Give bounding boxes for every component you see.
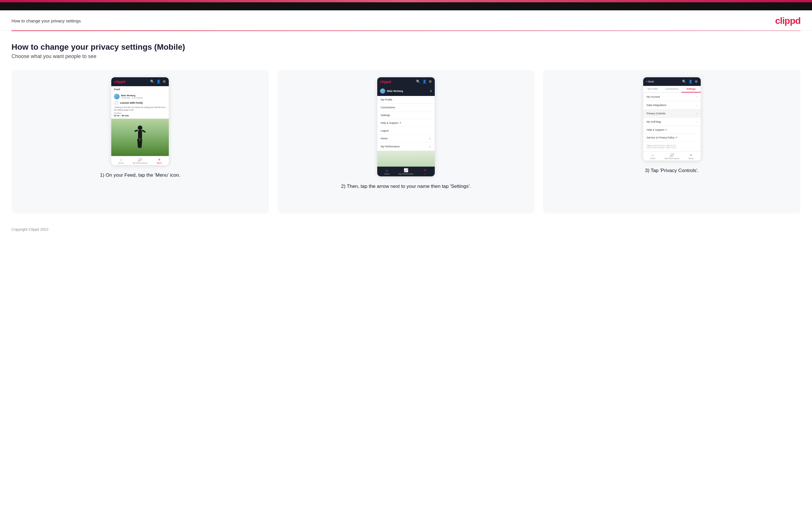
step3-nav-icons: 🔍 👤 ⚙ — [682, 79, 698, 83]
step1-avatar — [114, 94, 119, 99]
step1-user-row: Blair McHarg Yesterday · Sunningdale — [114, 94, 166, 99]
post-icon — [114, 101, 118, 105]
step2-performance-nav[interactable]: My Performance ∨ — [377, 143, 435, 151]
header: How to change your privacy settings clip… — [0, 10, 812, 31]
step3-home-label: Home — [650, 157, 656, 159]
step3-bottom-perf[interactable]: 📈 My Performance — [662, 152, 681, 161]
step3-help[interactable]: Help & Support ↗ — [643, 126, 701, 134]
step1-phone-nav: clippd 🔍 👤 ⚙ — [111, 77, 169, 86]
step2-perf-label: My Performance — [381, 145, 400, 148]
close-icon: ✕ — [423, 168, 427, 172]
page-heading: How to change your privacy settings (Mob… — [11, 43, 801, 52]
step2-help[interactable]: Help & Support ↗ — [377, 119, 435, 127]
data-integrations-label: Data Integrations — [647, 104, 666, 107]
step3-privacy-controls[interactable]: Privacy Controls › — [643, 109, 701, 118]
step2-my-profile[interactable]: My Profile — [377, 96, 435, 104]
chevron-down-icon: ∨ — [429, 137, 431, 140]
step3-data-integrations[interactable]: Data Integrations › — [643, 101, 701, 109]
tab-settings[interactable]: Settings — [681, 86, 701, 93]
step2-bottom-close[interactable]: ✕ ✕ — [415, 167, 435, 176]
settings-icon-3: ⚙ — [695, 79, 698, 83]
step2-bottom-bar: ⌂ Home 📈 My Performance ✕ ✕ — [377, 167, 435, 176]
step2-bottom-perf[interactable]: 📈 My Performance — [397, 167, 416, 176]
chevron-down-icon-2: ∨ — [429, 145, 431, 149]
chevron-right-icon: › — [696, 95, 697, 99]
step1-bottom-home-label: Home — [118, 162, 123, 164]
step3-caption: 3) Tap 'Privacy Controls'. — [645, 167, 699, 174]
step1-bottom-bar: ⌂ Home 📈 My Performance ≡ Menu — [111, 156, 169, 165]
chart-icon-2: 📈 — [404, 168, 408, 172]
step3-bottom-home[interactable]: ⌂ Home — [643, 152, 662, 161]
step1-image-area — [111, 119, 169, 156]
step1-duration-label: Duration — [114, 112, 166, 114]
footer: Copyright Clippd 2022 — [0, 222, 812, 237]
step2-user-row: Blair McHarg ∧ — [377, 86, 435, 96]
chevron-up-icon[interactable]: ∧ — [430, 89, 432, 93]
svg-rect-5 — [140, 139, 143, 148]
step2-home-bottom-label: Home — [384, 173, 390, 175]
step1-bottom-perf-label: My Performance — [133, 162, 148, 164]
step2-bg-image — [377, 151, 435, 167]
tab-connections[interactable]: Connections — [662, 86, 681, 93]
step2-connections[interactable]: Connections — [377, 104, 435, 111]
main-content: How to change your privacy settings (Mob… — [0, 31, 812, 222]
chart-icon: 📈 — [138, 158, 142, 161]
step1-feed-label: Feed — [111, 86, 169, 92]
home-icon-3: ⌂ — [652, 153, 654, 157]
golfer-silhouette — [132, 124, 149, 156]
step2-phone: clippd 🔍 👤 ⚙ Blair McHarg ∧ My — [377, 77, 435, 176]
version-line1: Clippd Client Version: 2022.8.3-3 — [647, 145, 697, 147]
step2-home-nav[interactable]: Home ∨ — [377, 135, 435, 143]
gradient-top-bar — [0, 0, 812, 2]
step1-post-title: Lesson with Fordy — [120, 101, 143, 104]
user-icon-2: 👤 — [422, 79, 427, 83]
search-icon: 🔍 — [150, 79, 154, 83]
step2-bottom-home[interactable]: ⌂ Home — [377, 167, 397, 176]
step1-bottom-menu[interactable]: ≡ Menu — [150, 156, 169, 165]
search-icon-2: 🔍 — [416, 79, 420, 83]
copyright-text: Copyright Clippd 2022 — [11, 227, 49, 231]
step1-post-title-row: Lesson with Fordy — [114, 101, 166, 105]
step3-service-privacy[interactable]: Service & Privacy Policy ↗ — [643, 134, 701, 142]
tab-my-profile[interactable]: My Profile — [643, 86, 662, 93]
step2-phone-nav: clippd 🔍 👤 ⚙ — [377, 77, 435, 86]
step2-phone-logo: clippd — [380, 79, 391, 84]
step1-nav-icons: 🔍 👤 ⚙ — [150, 79, 166, 83]
step1-phone: clippd 🔍 👤 ⚙ Feed Blair McHarg — [111, 77, 169, 165]
step3-footer: Clippd Client Version: 2022.8.3-3 GQL Se… — [643, 142, 701, 151]
step-2-card: clippd 🔍 👤 ⚙ Blair McHarg ∧ My — [277, 70, 535, 213]
step2-close-label: ✕ — [424, 173, 426, 175]
user-icon-3: 👤 — [689, 79, 693, 83]
step1-bottom-home[interactable]: ⌂ Home — [111, 156, 131, 165]
step1-user-sub: Yesterday · Sunningdale — [121, 97, 143, 99]
chevron-right-icon-3: › — [696, 112, 697, 115]
home-icon: ⌂ — [120, 158, 122, 161]
settings-icon: ⚙ — [163, 79, 166, 83]
menu-icon-3: ≡ — [690, 153, 693, 157]
top-bar — [0, 2, 812, 10]
home-icon-2: ⌂ — [386, 168, 388, 172]
step1-phone-logo: clippd — [114, 79, 125, 84]
step2-logout[interactable]: Logout — [377, 127, 435, 135]
step3-bottom-menu[interactable]: ≡ Menu — [681, 152, 701, 161]
chevron-right-icon-2: › — [696, 103, 697, 107]
step3-my-golf-bag[interactable]: My Golf Bag › — [643, 118, 701, 126]
step-1-card: clippd 🔍 👤 ⚙ Feed Blair McHarg — [11, 70, 269, 213]
svg-rect-1 — [138, 130, 142, 139]
steps-row: clippd 🔍 👤 ⚙ Feed Blair McHarg — [11, 70, 801, 213]
step1-post-desc: Looking to feel like my hands are exitin… — [114, 106, 166, 111]
step2-nav-icons: 🔍 👤 ⚙ — [416, 79, 432, 83]
user-icon: 👤 — [156, 79, 161, 83]
search-icon-3: 🔍 — [682, 79, 687, 83]
step3-my-account[interactable]: My Account › — [643, 93, 701, 101]
step3-perf-label: My Performance — [664, 157, 679, 159]
svg-rect-3 — [142, 129, 146, 133]
step1-bottom-performance[interactable]: 📈 My Performance — [131, 156, 150, 165]
svg-rect-2 — [134, 129, 138, 132]
back-button[interactable]: < Back — [646, 80, 654, 83]
my-golf-bag-label: My Golf Bag — [647, 120, 661, 123]
step2-settings[interactable]: Settings — [377, 111, 435, 119]
svg-point-0 — [138, 125, 142, 130]
chart-icon-3: 📈 — [670, 153, 674, 157]
step2-caption: 2) Then, tap the arrow next to your name… — [341, 183, 471, 190]
